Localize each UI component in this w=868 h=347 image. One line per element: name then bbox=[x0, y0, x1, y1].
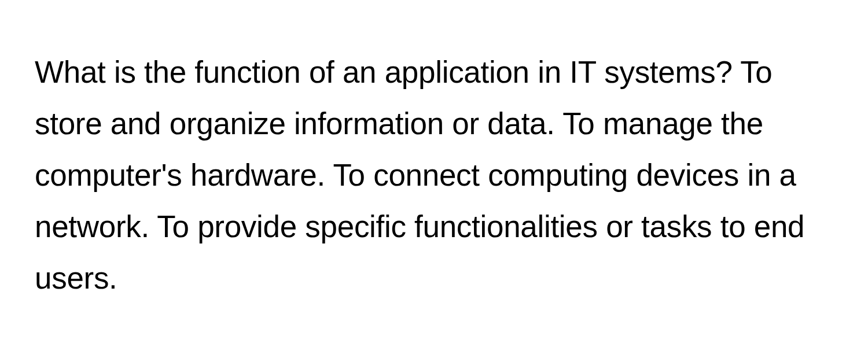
question-text-block: What is the function of an application i… bbox=[35, 46, 833, 304]
